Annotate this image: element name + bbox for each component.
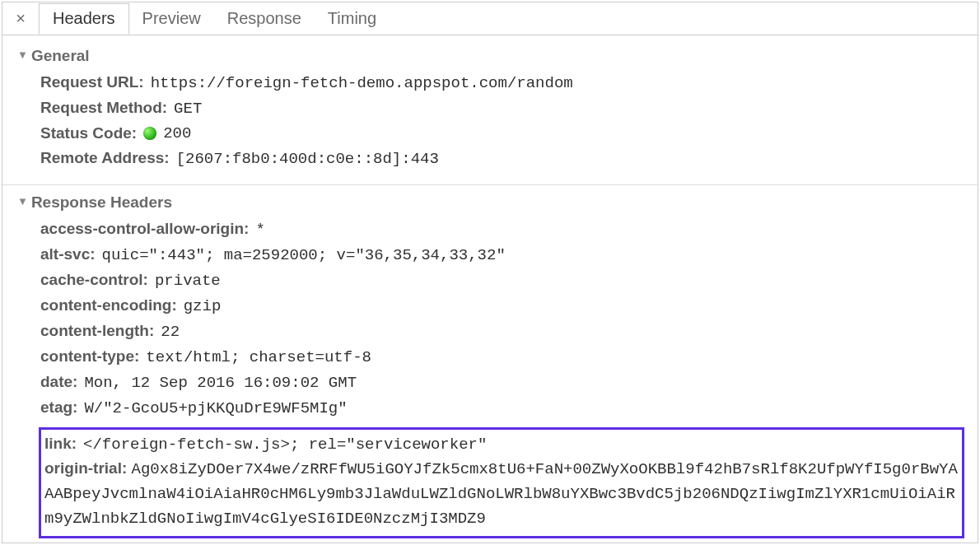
label: etag: (40, 395, 77, 420)
network-detail-panel: × Headers Preview Response Timing ▼ Gene… (2, 2, 978, 543)
value: 200 (163, 121, 191, 146)
headers-content: ▼ General Request URL: https://foreign-f… (2, 35, 978, 543)
kv-request-url: Request URL: https://foreign-fetch-demo.… (40, 70, 964, 95)
response-headers-toggle[interactable]: ▼ Response Headers (9, 190, 971, 215)
label: content-length: (40, 319, 154, 343)
chevron-down-icon: ▼ (17, 195, 28, 207)
kv-status-code: Status Code: 200 (40, 121, 964, 146)
value: [2607:f8b0:400d:c0e::8d]:443 (176, 147, 439, 171)
label: date: (40, 370, 77, 394)
section-title: Response Headers (31, 193, 172, 212)
label: content-type: (40, 344, 139, 369)
kv-cenc: content-encoding: gzip (40, 293, 964, 319)
tab-preview[interactable]: Preview (129, 2, 214, 35)
tab-headers[interactable]: Headers (39, 3, 129, 35)
tab-response[interactable]: Response (214, 2, 315, 35)
status-dot-icon (143, 127, 156, 140)
close-icon[interactable]: × (2, 9, 39, 28)
label: Remote Address: (40, 146, 170, 170)
kv-altsvc: alt-svc: quic=":443"; ma=2592000; v="36,… (40, 242, 964, 268)
value: Mon, 12 Sep 2016 16:09:02 GMT (84, 370, 357, 395)
response-headers-block: access-control-allow-origin: * alt-svc: … (9, 215, 971, 427)
kv-request-method: Request Method: GET (40, 95, 964, 121)
kv-link: link: </foreign-fetch-sw.js>; rel="servi… (44, 431, 959, 457)
value: Ag0x8iZyDOer7X4we/zRRFfWU5iGOYJfZk5cmx8t… (44, 460, 958, 528)
label: link: (44, 431, 77, 456)
highlight-box: link: </foreign-fetch-sw.js>; rel="servi… (39, 427, 964, 538)
label: Request Method: (40, 95, 167, 120)
value: gzip (184, 294, 222, 319)
kv-ctype: content-type: text/html; charset=utf-8 (40, 344, 964, 370)
label: Status Code: (40, 121, 137, 146)
kv-remote-address: Remote Address: [2607:f8b0:400d:c0e::8d]… (40, 146, 964, 171)
value: W/"2-GcoU5+pjKKQuDrE9WF5MIg" (84, 396, 347, 421)
section-response-headers: ▼ Response Headers access-control-allow-… (2, 190, 978, 543)
section-title: General (31, 47, 90, 65)
value: quic=":443"; ma=2592000; v="36,35,34,33,… (102, 243, 506, 268)
general-header-toggle[interactable]: ▼ General (9, 44, 971, 68)
kv-clen: content-length: 22 (40, 319, 964, 344)
label: Request URL: (40, 70, 144, 95)
label: cache-control: (40, 268, 148, 292)
chevron-down-icon: ▼ (17, 49, 28, 61)
kv-cache: cache-control: private (40, 268, 964, 293)
label: origin-trial: (44, 459, 127, 477)
value: private (155, 268, 221, 293)
kv-date: date: Mon, 12 Sep 2016 16:09:02 GMT (40, 370, 964, 395)
kv-origin-trial: origin-trial: Ag0x8iZyDOer7X4we/zRRFfWU5… (44, 457, 959, 531)
value: </foreign-fetch-sw.js>; rel="servicework… (83, 432, 487, 457)
value: * (255, 217, 264, 242)
tab-timing[interactable]: Timing (315, 2, 390, 35)
kv-etag: etag: W/"2-GcoU5+pjKKQuDrE9WF5MIg" (40, 395, 964, 421)
section-general: ▼ General Request URL: https://foreign-f… (2, 44, 978, 181)
value: text/html; charset=utf-8 (146, 345, 371, 370)
label: alt-svc: (40, 242, 96, 267)
value: GET (174, 96, 202, 121)
tab-bar: × Headers Preview Response Timing (2, 2, 978, 35)
general-block: Request URL: https://foreign-fetch-demo.… (9, 68, 971, 178)
value: 22 (161, 319, 180, 344)
label: content-encoding: (40, 293, 177, 318)
divider (2, 184, 978, 185)
value: https://foreign-fetch-demo.appspot.com/r… (151, 71, 573, 95)
label: access-control-allow-origin: (40, 217, 249, 241)
kv-acao: access-control-allow-origin: * (40, 217, 964, 242)
